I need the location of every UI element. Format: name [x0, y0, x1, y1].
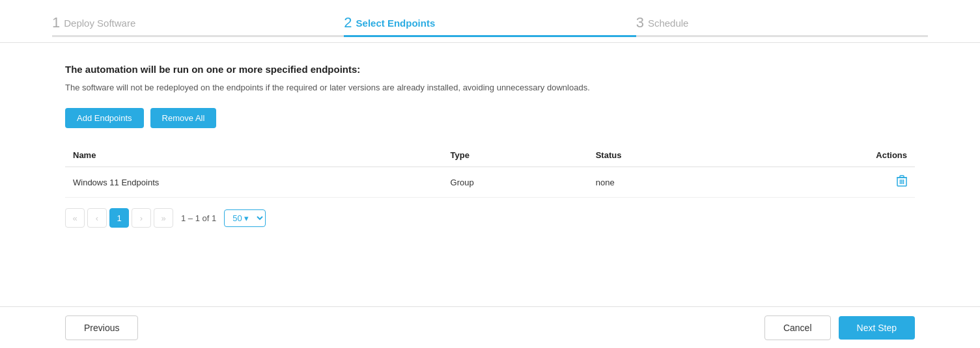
page-size-select[interactable]: 50 ▾ 25 100 [224, 209, 266, 227]
col-actions: Actions [742, 144, 915, 167]
step-2-bar [344, 35, 636, 37]
pagination: « ‹ 1 › » 1 – 1 of 1 50 ▾ 25 100 [65, 208, 915, 228]
step-3: 3 Schedule [636, 16, 928, 37]
step-2-number: 2 [344, 16, 352, 30]
prev-page-button[interactable]: ‹ [87, 208, 107, 228]
step-3-number: 3 [636, 16, 644, 30]
action-buttons: Add Endpoints Remove All [65, 108, 915, 128]
previous-button[interactable]: Previous [65, 315, 138, 340]
endpoints-table: Name Type Status Actions Windows 11 Endp… [65, 144, 915, 198]
endpoint-status: none [588, 167, 742, 198]
delete-icon[interactable] [897, 178, 907, 189]
add-endpoints-button[interactable]: Add Endpoints [65, 108, 144, 128]
last-page-button[interactable]: » [154, 208, 173, 228]
current-page-button[interactable]: 1 [109, 208, 129, 228]
next-page-button[interactable]: › [132, 208, 151, 228]
section-title: The automation will be run on one or mor… [65, 64, 915, 75]
step-1: 1 Deploy Software [52, 16, 344, 37]
endpoint-name: Windows 11 Endpoints [65, 167, 443, 198]
col-name: Name [65, 144, 443, 167]
first-page-button[interactable]: « [65, 208, 85, 228]
step-3-bar [636, 35, 928, 37]
section-description: The software will not be redeployed on t… [65, 83, 915, 92]
table-row: Windows 11 Endpoints Group none [65, 167, 915, 198]
main-content: The automation will be run on one or mor… [0, 43, 980, 241]
col-status: Status [588, 144, 742, 167]
step-3-label: Schedule [648, 18, 689, 29]
step-1-label: Deploy Software [64, 18, 135, 29]
table-header-row: Name Type Status Actions [65, 144, 915, 167]
footer: Previous Cancel Next Step [0, 306, 980, 348]
col-type: Type [443, 144, 588, 167]
cancel-button[interactable]: Cancel [764, 315, 831, 340]
endpoint-type: Group [443, 167, 588, 198]
next-step-button[interactable]: Next Step [839, 316, 915, 340]
step-1-bar [52, 35, 344, 37]
footer-right: Cancel Next Step [764, 315, 915, 340]
step-1-number: 1 [52, 16, 60, 30]
page-info: 1 – 1 of 1 [181, 213, 216, 223]
endpoint-actions [742, 167, 915, 198]
step-2-label: Select Endpoints [356, 18, 436, 29]
step-2: 2 Select Endpoints [344, 16, 636, 37]
stepper: 1 Deploy Software 2 Select Endpoints 3 S… [0, 0, 980, 37]
remove-all-button[interactable]: Remove All [150, 108, 217, 128]
